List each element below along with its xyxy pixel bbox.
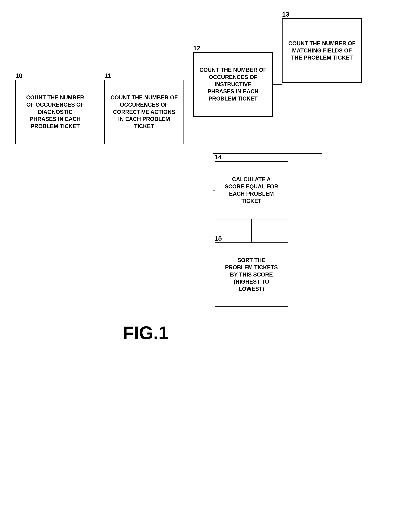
box-10: COUNT THE NUMBEROF OCCURENCES OFDIAGNOST… <box>15 80 95 144</box>
box-11: COUNT THE NUMBER OFOCCURENCES OFCORRECTI… <box>104 80 184 144</box>
box-15: SORT THEPROBLEM TICKETSBY THIS SCORE(HIG… <box>215 242 288 307</box>
box-13: COUNT THE NUMBER OFMATCHING FIELDS OFTHE… <box>282 19 362 83</box>
label-12: 12 <box>193 45 200 52</box>
label-15: 15 <box>215 235 222 242</box>
label-13: 13 <box>282 11 289 18</box>
figure-label: FIG.1 <box>123 322 169 343</box>
box-14: CALCULATE ASCORE EQUAL FOREACH PROBLEMTI… <box>215 161 288 219</box>
diagram: COUNT THE NUMBEROF OCCURENCES OFDIAGNOST… <box>0 0 413 532</box>
label-14: 14 <box>215 153 222 161</box>
box-12: COUNT THE NUMBER OFOCCURENCES OFINSTRUCT… <box>193 52 273 117</box>
label-10: 10 <box>15 72 23 79</box>
label-11: 11 <box>104 72 111 79</box>
